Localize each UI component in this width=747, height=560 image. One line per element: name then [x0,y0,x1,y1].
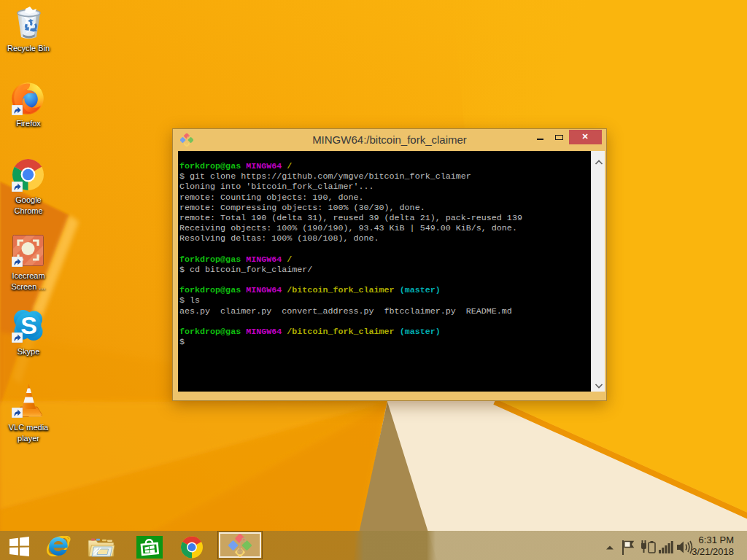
svg-text:S: S [20,311,37,339]
